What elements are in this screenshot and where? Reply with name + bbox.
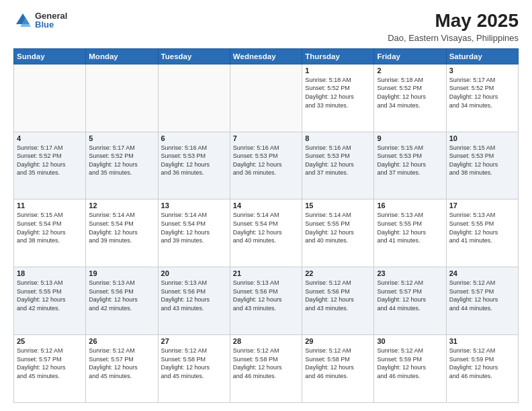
day-info: Sunrise: 5:13 AMSunset: 5:56 PMDaylight:… [89, 279, 154, 312]
day-number: 22 [305, 269, 371, 277]
calendar-week-row: 25Sunrise: 5:12 AMSunset: 5:57 PMDayligh… [14, 335, 519, 403]
table-row: 30Sunrise: 5:12 AMSunset: 5:59 PMDayligh… [374, 335, 446, 403]
day-info: Sunrise: 5:14 AMSunset: 5:55 PMDaylight:… [305, 211, 371, 244]
table-row: 9Sunrise: 5:15 AMSunset: 5:53 PMDaylight… [374, 132, 446, 199]
day-number: 5 [89, 134, 154, 142]
day-info: Sunrise: 5:13 AMSunset: 5:55 PMDaylight:… [449, 211, 515, 244]
day-number: 11 [17, 201, 83, 210]
day-info: Sunrise: 5:14 AMSunset: 5:54 PMDaylight:… [233, 211, 299, 244]
day-number: 12 [89, 201, 154, 210]
day-number: 7 [233, 134, 299, 142]
table-row: 10Sunrise: 5:15 AMSunset: 5:53 PMDayligh… [446, 132, 518, 199]
col-friday: Friday [374, 48, 446, 64]
day-info: Sunrise: 5:18 AMSunset: 5:52 PMDaylight:… [377, 76, 443, 109]
day-info: Sunrise: 5:12 AMSunset: 5:57 PMDaylight:… [377, 279, 443, 312]
day-number: 26 [89, 337, 154, 345]
table-row: 3Sunrise: 5:17 AMSunset: 5:52 PMDaylight… [446, 64, 518, 132]
subtitle: Dao, Eastern Visayas, Philippines [388, 33, 519, 43]
day-number: 1 [305, 66, 371, 75]
day-info: Sunrise: 5:13 AMSunset: 5:55 PMDaylight:… [377, 211, 443, 244]
col-tuesday: Tuesday [158, 48, 230, 64]
calendar-week-row: 18Sunrise: 5:13 AMSunset: 5:55 PMDayligh… [14, 267, 519, 335]
day-info: Sunrise: 5:16 AMSunset: 5:53 PMDaylight:… [305, 144, 371, 177]
calendar-week-row: 4Sunrise: 5:17 AMSunset: 5:52 PMDaylight… [14, 132, 519, 199]
header: General Blue May 2025 Dao, Eastern Visay… [13, 11, 519, 43]
day-info: Sunrise: 5:18 AMSunset: 5:52 PMDaylight:… [305, 76, 371, 109]
day-info: Sunrise: 5:12 AMSunset: 5:57 PMDaylight:… [449, 279, 515, 312]
day-number: 10 [449, 134, 515, 142]
table-row: 12Sunrise: 5:14 AMSunset: 5:54 PMDayligh… [86, 199, 158, 267]
day-info: Sunrise: 5:13 AMSunset: 5:56 PMDaylight:… [233, 279, 299, 312]
col-monday: Monday [86, 48, 158, 64]
table-row: 28Sunrise: 5:12 AMSunset: 5:58 PMDayligh… [230, 335, 302, 403]
table-row: 8Sunrise: 5:16 AMSunset: 5:53 PMDaylight… [302, 132, 374, 199]
day-info: Sunrise: 5:13 AMSunset: 5:55 PMDaylight:… [17, 279, 83, 312]
table-row: 21Sunrise: 5:13 AMSunset: 5:56 PMDayligh… [230, 267, 302, 335]
table-row: 17Sunrise: 5:13 AMSunset: 5:55 PMDayligh… [446, 199, 518, 267]
calendar-week-row: 11Sunrise: 5:15 AMSunset: 5:54 PMDayligh… [14, 199, 519, 267]
table-row: 22Sunrise: 5:12 AMSunset: 5:56 PMDayligh… [302, 267, 374, 335]
day-number: 16 [377, 201, 443, 210]
table-row: 18Sunrise: 5:13 AMSunset: 5:55 PMDayligh… [14, 267, 86, 335]
day-number: 18 [17, 269, 83, 277]
day-number: 9 [377, 134, 443, 142]
day-number: 19 [89, 269, 154, 277]
table-row: 19Sunrise: 5:13 AMSunset: 5:56 PMDayligh… [86, 267, 158, 335]
day-number: 4 [17, 134, 83, 142]
main-title: May 2025 [388, 11, 519, 32]
day-number: 6 [161, 134, 227, 142]
day-info: Sunrise: 5:12 AMSunset: 5:59 PMDaylight:… [449, 347, 515, 380]
table-row: 11Sunrise: 5:15 AMSunset: 5:54 PMDayligh… [14, 199, 86, 267]
day-info: Sunrise: 5:17 AMSunset: 5:52 PMDaylight:… [17, 144, 83, 177]
day-number: 8 [305, 134, 371, 142]
day-number: 27 [161, 337, 227, 345]
page: General Blue May 2025 Dao, Eastern Visay… [0, 0, 532, 411]
table-row: 16Sunrise: 5:13 AMSunset: 5:55 PMDayligh… [374, 199, 446, 267]
calendar-table: Sunday Monday Tuesday Wednesday Thursday… [13, 48, 519, 403]
day-number: 30 [377, 337, 443, 345]
col-sunday: Sunday [14, 48, 86, 64]
day-info: Sunrise: 5:15 AMSunset: 5:53 PMDaylight:… [377, 144, 443, 177]
day-number: 20 [161, 269, 227, 277]
day-number: 25 [17, 337, 83, 345]
day-number: 31 [449, 337, 515, 345]
day-number: 13 [161, 201, 227, 210]
calendar-header-row: Sunday Monday Tuesday Wednesday Thursday… [14, 48, 519, 64]
day-number: 23 [377, 269, 443, 277]
day-info: Sunrise: 5:12 AMSunset: 5:56 PMDaylight:… [305, 279, 371, 312]
logo: General Blue [13, 11, 67, 30]
table-row [158, 64, 230, 132]
day-number: 14 [233, 201, 299, 210]
table-row: 4Sunrise: 5:17 AMSunset: 5:52 PMDaylight… [14, 132, 86, 199]
day-number: 17 [449, 201, 515, 210]
day-number: 15 [305, 201, 371, 210]
table-row: 15Sunrise: 5:14 AMSunset: 5:55 PMDayligh… [302, 199, 374, 267]
table-row: 2Sunrise: 5:18 AMSunset: 5:52 PMDaylight… [374, 64, 446, 132]
table-row: 5Sunrise: 5:17 AMSunset: 5:52 PMDaylight… [86, 132, 158, 199]
col-saturday: Saturday [446, 48, 518, 64]
logo-blue-text: Blue [35, 20, 67, 29]
table-row: 6Sunrise: 5:16 AMSunset: 5:53 PMDaylight… [158, 132, 230, 199]
day-info: Sunrise: 5:12 AMSunset: 5:57 PMDaylight:… [89, 347, 154, 380]
day-info: Sunrise: 5:14 AMSunset: 5:54 PMDaylight:… [161, 211, 227, 244]
table-row: 20Sunrise: 5:13 AMSunset: 5:56 PMDayligh… [158, 267, 230, 335]
table-row: 7Sunrise: 5:16 AMSunset: 5:53 PMDaylight… [230, 132, 302, 199]
day-number: 2 [377, 66, 443, 75]
table-row [230, 64, 302, 132]
table-row: 29Sunrise: 5:12 AMSunset: 5:58 PMDayligh… [302, 335, 374, 403]
table-row: 26Sunrise: 5:12 AMSunset: 5:57 PMDayligh… [86, 335, 158, 403]
day-info: Sunrise: 5:12 AMSunset: 5:58 PMDaylight:… [233, 347, 299, 380]
day-info: Sunrise: 5:12 AMSunset: 5:58 PMDaylight:… [305, 347, 371, 380]
table-row [86, 64, 158, 132]
day-info: Sunrise: 5:17 AMSunset: 5:52 PMDaylight:… [449, 76, 515, 109]
day-info: Sunrise: 5:13 AMSunset: 5:56 PMDaylight:… [161, 279, 227, 312]
table-row: 24Sunrise: 5:12 AMSunset: 5:57 PMDayligh… [446, 267, 518, 335]
day-info: Sunrise: 5:15 AMSunset: 5:54 PMDaylight:… [17, 211, 83, 244]
day-info: Sunrise: 5:12 AMSunset: 5:59 PMDaylight:… [377, 347, 443, 380]
table-row: 14Sunrise: 5:14 AMSunset: 5:54 PMDayligh… [230, 199, 302, 267]
day-number: 21 [233, 269, 299, 277]
table-row: 31Sunrise: 5:12 AMSunset: 5:59 PMDayligh… [446, 335, 518, 403]
day-info: Sunrise: 5:12 AMSunset: 5:57 PMDaylight:… [17, 347, 83, 380]
day-info: Sunrise: 5:16 AMSunset: 5:53 PMDaylight:… [161, 144, 227, 177]
logo-text: General Blue [35, 11, 67, 29]
